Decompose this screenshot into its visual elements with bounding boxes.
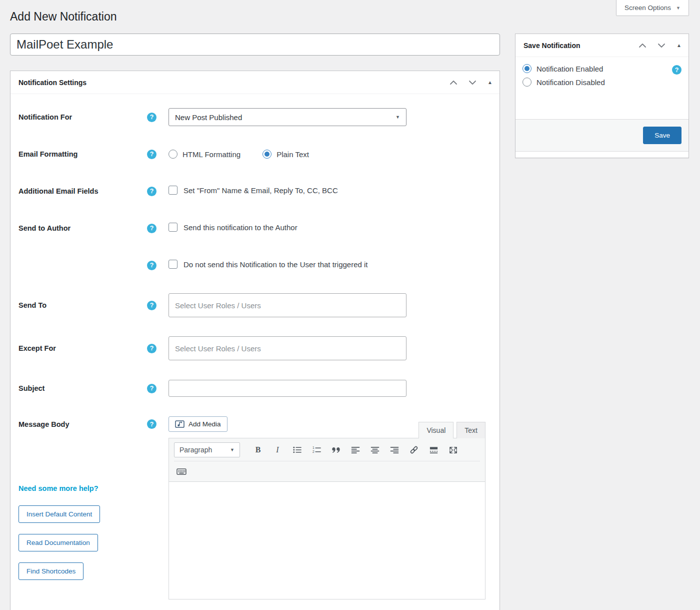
move-up-button[interactable] [450, 80, 458, 85]
radio-html-formatting[interactable]: HTML Formatting [168, 150, 240, 159]
radio-notification-enabled-label: Notification Enabled [536, 65, 603, 73]
except-for-input[interactable] [168, 336, 406, 360]
checkbox-additional-email-fields-label: Set "From" Name & Email, Reply To, CC, B… [184, 186, 338, 195]
radio-selected-icon [522, 64, 532, 73]
save-panel-footer: Save [516, 119, 688, 152]
find-shortcodes-button[interactable]: Find Shortcodes [18, 562, 84, 580]
radio-notification-disabled[interactable]: Notification Disabled [522, 78, 682, 87]
form-row-email-formatting: Email Formatting ? HTML Formatting Plain… [18, 145, 486, 163]
panel-header: Notification Settings [10, 71, 500, 94]
add-media-label: Add Media [188, 420, 221, 428]
help-stack: Need some more help? Insert Default Cont… [18, 484, 147, 591]
move-down-button[interactable] [658, 43, 666, 48]
panel-body: Notification For ? New Post Published ▼ … [10, 94, 500, 610]
triangle-up-icon: ▲ [676, 43, 682, 48]
help-icon[interactable]: ? [147, 419, 156, 429]
svg-text:1: 1 [312, 446, 314, 449]
caret-down-icon: ▼ [676, 6, 680, 11]
send-to-author-label: Send to Author [18, 224, 147, 232]
align-center-icon [370, 446, 380, 454]
help-icon[interactable]: ? [147, 301, 156, 310]
checkbox-icon [168, 260, 178, 269]
numbered-list-button[interactable]: 1 2 [309, 443, 324, 457]
triangle-up-icon: ▲ [488, 80, 492, 85]
radio-notification-enabled[interactable]: Notification Enabled [522, 64, 682, 73]
insert-default-content-button[interactable]: Insert Default Content [18, 505, 100, 523]
save-notification-panel: Save Notification [515, 34, 689, 158]
link-button[interactable] [406, 443, 422, 457]
bulleted-list-icon [292, 446, 302, 454]
read-documentation-button[interactable]: Read Documentation [18, 534, 98, 551]
notification-for-select[interactable]: New Post Published ▼ [168, 108, 406, 126]
tab-visual[interactable]: Visual [418, 422, 454, 438]
add-media-button[interactable]: Add Media [168, 416, 228, 432]
caret-down-icon: ▼ [230, 447, 234, 452]
panel-title: Notification Settings [18, 79, 86, 87]
radio-icon [168, 150, 178, 159]
blockquote-icon [332, 446, 341, 454]
except-for-label: Except For [18, 344, 147, 352]
screen-options-button[interactable]: Screen Options ▼ [616, 0, 689, 16]
align-right-button[interactable] [387, 443, 402, 457]
save-panel-bottom-spacer [516, 152, 688, 158]
paragraph-format-select[interactable]: Paragraph ▼ [174, 442, 240, 457]
blockquote-button[interactable] [328, 443, 344, 457]
panel-handle-actions: ▲ [450, 80, 492, 85]
editor-toolbar: Paragraph ▼ B I [168, 438, 486, 482]
move-down-button[interactable] [468, 80, 476, 85]
collapse-toggle-button[interactable]: ▲ [676, 43, 682, 48]
save-panel-header: Save Notification [516, 34, 688, 57]
caret-down-icon: ▼ [396, 115, 400, 120]
align-center-button[interactable] [368, 443, 382, 457]
italic-button[interactable]: I [270, 443, 285, 457]
message-body-editor[interactable] [168, 482, 486, 599]
send-to-input[interactable] [168, 293, 406, 317]
save-panel-title: Save Notification [524, 42, 580, 50]
bulleted-list-button[interactable] [290, 443, 304, 457]
save-button[interactable]: Save [643, 127, 682, 144]
help-icon[interactable]: ? [147, 224, 156, 233]
subject-input[interactable] [168, 380, 406, 397]
form-row-notification-for: Notification For ? New Post Published ▼ [18, 108, 486, 126]
help-icon[interactable]: ? [147, 384, 156, 393]
save-panel-body: Notification Enabled Notification Disabl… [516, 57, 688, 119]
notification-settings-panel: Notification Settings [10, 71, 500, 610]
italic-icon: I [276, 445, 278, 454]
checkbox-icon [168, 186, 178, 195]
radio-icon [522, 78, 532, 87]
checkbox-additional-email-fields[interactable]: Set "From" Name & Email, Reply To, CC, B… [168, 186, 338, 195]
tab-text[interactable]: Text [456, 422, 486, 438]
help-icon[interactable]: ? [147, 187, 156, 196]
bold-button[interactable]: B [250, 443, 266, 457]
notification-title-input[interactable] [10, 34, 500, 56]
radio-plain-text[interactable]: Plain Text [262, 150, 309, 159]
checkbox-skip-trigger-user-label: Do not send this Notification to the Use… [184, 260, 368, 269]
insert-read-more-button[interactable] [426, 443, 441, 457]
help-icon[interactable]: ? [147, 261, 156, 270]
chevron-down-icon [658, 43, 666, 48]
help-icon[interactable]: ? [147, 113, 156, 122]
checkbox-icon [168, 223, 178, 232]
radio-selected-icon [262, 150, 272, 159]
help-icon[interactable]: ? [147, 150, 156, 159]
help-icon[interactable]: ? [672, 65, 682, 75]
align-left-button[interactable] [348, 443, 363, 457]
fullscreen-button[interactable] [446, 443, 460, 457]
subject-label: Subject [18, 384, 147, 392]
side-column: Save Notification [515, 34, 689, 158]
checkbox-skip-trigger-user[interactable]: Do not send this Notification to the Use… [168, 260, 368, 269]
collapse-toggle-button[interactable]: ▲ [488, 80, 492, 85]
move-up-button[interactable] [638, 43, 646, 48]
form-row-skip-trigger-user: ? Do not send this Notification to the U… [18, 256, 486, 274]
checkbox-send-to-author[interactable]: Send this notification to the Author [168, 223, 298, 232]
need-more-help-link[interactable]: Need some more help? [18, 484, 98, 492]
keyboard-shortcuts-button[interactable] [174, 464, 189, 478]
help-icon[interactable]: ? [147, 344, 156, 353]
chevron-up-icon [450, 80, 458, 85]
editor-tabs: Visual Text [416, 422, 486, 438]
form-row-except-for: Except For ? [18, 336, 486, 360]
screen-options-label: Screen Options [624, 4, 671, 12]
align-right-icon [390, 446, 399, 454]
editor-media-tabs-row: Add Media Visual Text [168, 416, 486, 438]
numbered-list-icon: 1 2 [312, 446, 322, 454]
